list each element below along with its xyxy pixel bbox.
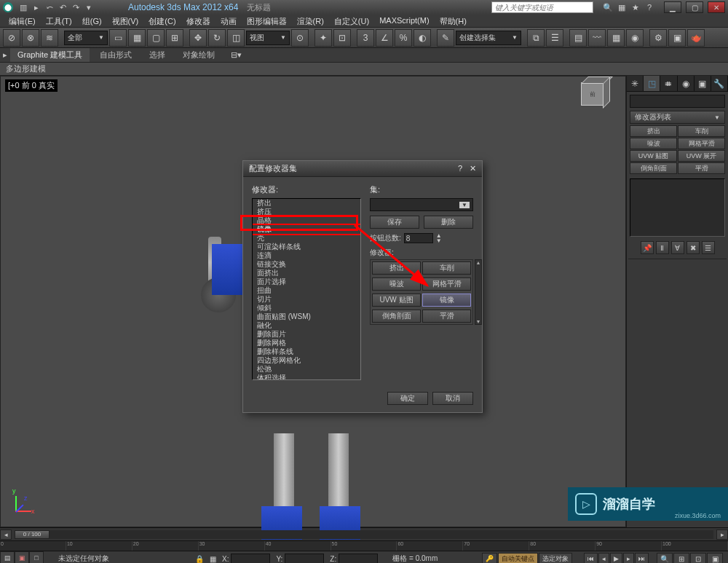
menu-customize[interactable]: 自定义(U) [330,15,373,27]
next-frame-icon[interactable]: ▸ [623,553,634,563]
time-slider[interactable]: ◂ 0 / 100 ▸ [0,527,728,540]
dialog-close-icon[interactable]: ✕ [470,164,476,173]
stack-config-icon[interactable]: ☰ [702,241,715,254]
schematic-icon[interactable]: ▦ [607,29,625,47]
menu-help[interactable]: 帮助(H) [435,15,471,27]
selection-filter[interactable]: 全部▼ [64,31,108,45]
listener-icon[interactable]: ▣ [15,551,29,563]
stack-unique-icon[interactable]: ∀ [671,241,684,254]
qat-open-icon[interactable]: ▸ [31,1,42,13]
window-crossing-icon[interactable]: ⊞ [166,29,183,47]
bind-icon[interactable]: ≋ [41,29,58,47]
modifier-list-item[interactable]: 松弛 [253,365,360,374]
zoom-all-icon[interactable]: ⊞ [673,553,689,563]
button-total-input[interactable] [404,233,433,243]
stack-pin-icon[interactable]: 📌 [641,241,654,254]
ribbon-tab-freeform[interactable]: 自由形式 [92,48,139,62]
grid-slot-button[interactable]: 挤出 [372,261,421,275]
qat-more-icon[interactable]: ▾ [83,1,95,13]
grid-slot-button[interactable]: UVW 贴图 [372,294,421,307]
time-thumb[interactable]: 0 / 100 [15,530,50,539]
app-icon[interactable]: ⬤ [3,2,13,12]
modifier-list-item[interactable]: 链接交换 [253,260,360,269]
zoom-extents-icon[interactable]: ⊡ [690,553,706,563]
select-icon[interactable]: ▭ [109,29,127,47]
mod-btn-uvwunwrap[interactable]: UVW 展开 [678,150,725,162]
coord-y-input[interactable] [285,554,324,563]
ribbon-tab-select[interactable]: 选择 [142,48,173,62]
grid-slot-button[interactable]: 网格平滑 [422,277,471,291]
goto-end-icon[interactable]: ⏭ [635,553,649,563]
grid-scrollbar[interactable] [475,259,482,325]
rotate-icon[interactable]: ↻ [208,29,226,47]
dialog-help-icon[interactable]: ? [458,164,462,173]
grid-slot-button[interactable]: 车削 [422,261,471,275]
sets-combo[interactable]: ▼ [370,198,473,211]
viewcube[interactable]: 前 [574,82,611,119]
modifier-list-item[interactable]: 挤压 [253,208,360,216]
modifier-list-item[interactable]: 镜像 [253,225,360,234]
modifier-list-item[interactable]: 挤出 [253,199,360,208]
modifier-list-item[interactable]: 删除样条线 [253,347,360,356]
coord-x-input[interactable] [231,554,270,563]
help-icon[interactable]: ? [644,1,655,13]
object-name-input[interactable] [630,95,725,108]
qat-undo-icon[interactable]: ↶ [57,1,68,13]
menu-maxscript[interactable]: MAXScript(M) [375,15,433,27]
spinner-icon[interactable]: ▲▼ [436,233,442,243]
modifier-list-item[interactable]: 融化 [253,321,360,330]
link-icon[interactable]: ⊘ [3,29,20,47]
menu-modifiers[interactable]: 修改器 [182,15,215,27]
mod-btn-meshsmooth[interactable]: 网格平滑 [678,138,725,149]
macro-icon[interactable]: □ [29,551,44,563]
qat-new-icon[interactable]: ▥ [17,1,29,13]
menu-group[interactable]: 组(G) [78,15,106,27]
menu-create[interactable]: 创建(C) [144,15,180,27]
goto-start-icon[interactable]: ⏮ [584,553,598,563]
cmd-tab-hierarchy-icon[interactable]: ⩩ [660,76,677,91]
snap-icon[interactable]: 3 [357,29,374,47]
autokey-button[interactable]: 自动关键点 [498,553,538,563]
grid-slot-button[interactable]: 倒角剖面 [372,310,421,323]
cancel-button[interactable]: 取消 [432,392,473,405]
menu-edit[interactable]: 编辑(E) [4,15,40,27]
mod-btn-bevelprofile[interactable]: 倒角剖面 [630,162,677,174]
time-next-icon[interactable]: ▸ [716,529,728,540]
menu-tools[interactable]: 工具(T) [41,15,76,27]
render-setup-icon[interactable]: ⚙ [649,29,667,47]
move-icon[interactable]: ✥ [189,29,207,47]
coord-z-input[interactable] [339,554,378,563]
qat-save-icon[interactable]: ⤺ [44,1,55,13]
modifier-list-item[interactable]: 删除网格 [253,339,360,347]
rect-region-icon[interactable]: ▢ [147,29,165,47]
star-icon[interactable]: ★ [630,1,641,13]
maxscript-mini-icon[interactable]: ▤ [0,551,15,563]
abs-icon[interactable]: ▦ [210,555,216,563]
viewport-label[interactable]: [+0 前 0 真实 [5,79,58,92]
edit-sel-icon[interactable]: ✎ [437,29,454,47]
mod-btn-smooth[interactable]: 平滑 [678,162,725,174]
save-button[interactable]: 保存 [370,216,419,229]
cmd-tab-motion-icon[interactable]: ◉ [678,76,695,91]
pivot-icon[interactable]: ⊙ [291,29,309,47]
prev-frame-icon[interactable]: ◂ [598,553,609,563]
layers-icon[interactable]: ▤ [569,29,587,47]
select-name-icon[interactable]: ▦ [128,29,146,47]
spinner-snap-icon[interactable]: ◐ [414,29,431,47]
modifier-stack[interactable] [630,178,725,237]
grid-slot-button[interactable]: 平滑 [422,310,471,323]
modifier-list-item[interactable]: 切片 [253,295,360,304]
unlink-icon[interactable]: ⊗ [22,29,39,47]
modifier-list-item[interactable]: 面挤出 [253,269,360,277]
mod-btn-extrude[interactable]: 挤出 [630,125,677,137]
zoom-extents-all-icon[interactable]: ▣ [707,553,723,563]
ok-button[interactable]: 确定 [387,392,428,405]
modifier-list-item[interactable]: 面片选择 [253,277,360,286]
modifier-list-item[interactable]: 四边形网格化 [253,356,360,365]
ribbon-expand-icon[interactable]: ⊟▾ [231,50,242,60]
angle-snap-icon[interactable]: ∠ [376,29,393,47]
scale-icon[interactable]: ◫ [227,29,245,47]
render-frame-icon[interactable]: ▣ [668,29,686,47]
modifier-list-dropdown[interactable]: 修改器列表▼ [630,111,725,124]
cmd-tab-modify-icon[interactable]: ◳ [644,76,660,91]
